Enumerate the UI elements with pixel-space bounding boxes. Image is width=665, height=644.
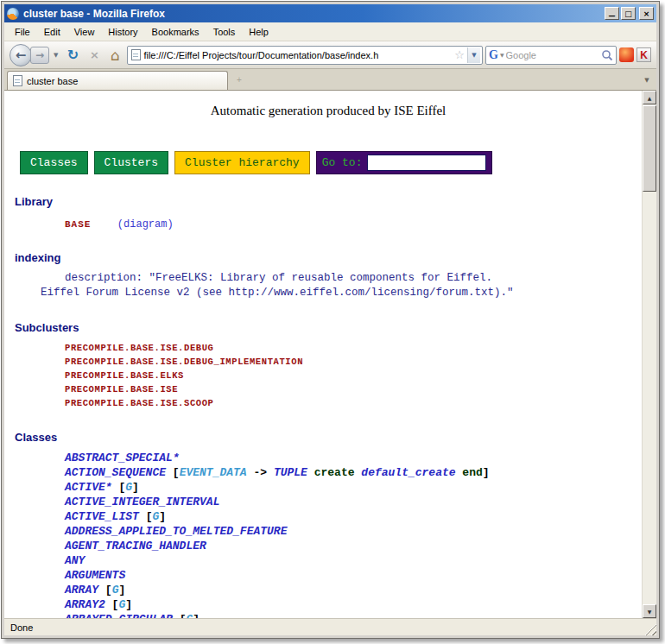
- class-entry: ARRAY [G]: [65, 583, 642, 597]
- doc-button-classes[interactable]: Classes: [20, 151, 88, 174]
- classes-section: Classes ABSTRACT_SPECIAL*ACTION_SEQUENCE…: [15, 431, 642, 618]
- class-entry: AGENT_TRACING_HANDLER: [65, 539, 642, 553]
- class-link[interactable]: ABSTRACT_SPECIAL*: [65, 451, 180, 464]
- history-dropdown-button[interactable]: ▼: [52, 52, 60, 59]
- class-link[interactable]: ADDRESS_APPLIED_TO_MELTED_FEATURE: [65, 525, 287, 538]
- class-entry: ARRAY2 [G]: [65, 597, 642, 612]
- class-link[interactable]: AGENT_TRACING_HANDLER: [65, 540, 206, 552]
- close-button[interactable]: ×: [639, 7, 654, 20]
- class-entry: ARGUMENTS: [65, 568, 642, 583]
- back-button[interactable]: ←: [10, 44, 32, 66]
- menu-item-tools[interactable]: Tools: [206, 24, 243, 40]
- subcluster-link[interactable]: PRECOMPILE.BASE.ISE.DEBUG: [65, 341, 642, 355]
- class-entry: ACTIVE_LIST [G]: [65, 509, 642, 524]
- goto-input[interactable]: [367, 155, 486, 171]
- class-entry: ACTIVE* [G]: [65, 480, 642, 495]
- code-token: ]: [118, 584, 125, 597]
- menu-item-bookmarks[interactable]: Bookmarks: [145, 24, 206, 40]
- address-input[interactable]: [143, 50, 452, 60]
- code-token: [: [166, 466, 180, 479]
- code-token: ]: [125, 598, 132, 611]
- minimize-button[interactable]: —: [605, 7, 619, 20]
- code-token[interactable]: default_create: [361, 466, 455, 479]
- doc-button-cluster-hierarchy[interactable]: Cluster hierarchy: [174, 151, 310, 174]
- address-bar[interactable]: ☆ ▼: [127, 46, 483, 65]
- code-token: end: [462, 466, 482, 479]
- class-entry: ACTION_SEQUENCE [EVENT_DATA -> TUPLE cre…: [65, 465, 642, 480]
- class-entry: ANY: [65, 553, 642, 568]
- search-bar[interactable]: G ▼: [485, 46, 617, 65]
- forward-icon: →: [35, 49, 44, 61]
- resize-grip[interactable]: [644, 623, 656, 635]
- class-link[interactable]: ARGUMENTS: [65, 569, 125, 582]
- code-token: create: [314, 466, 355, 479]
- close-icon: ×: [643, 9, 650, 18]
- navigation-toolbar: ← → ▼ ↻ × ⌂ ☆ ▼ G ▼ K: [4, 41, 656, 69]
- menu-bar: FileEditViewHistoryBookmarksToolsHelp: [4, 22, 656, 41]
- indexing-license-line: Eiffel Forum License v2 (see http://www.…: [41, 286, 642, 300]
- maximize-button[interactable]: □: [621, 7, 636, 20]
- search-input[interactable]: [506, 50, 599, 60]
- code-token: ]: [193, 613, 200, 618]
- section-heading-library: Library: [15, 195, 642, 208]
- class-link[interactable]: ACTIVE_INTEGER_INTERVAL: [65, 496, 219, 508]
- class-entry: ADDRESS_APPLIED_TO_MELTED_FEATURE: [65, 524, 642, 539]
- title-bar[interactable]: cluster base - Mozilla Firefox — □ ×: [4, 4, 656, 22]
- menu-item-edit[interactable]: Edit: [37, 24, 67, 40]
- stop-button[interactable]: ×: [86, 45, 103, 66]
- list-all-tabs-button[interactable]: ▼: [640, 77, 654, 84]
- class-link[interactable]: ARRAYED_CIRCULAR: [65, 613, 173, 618]
- subcluster-link[interactable]: PRECOMPILE.BASE.ELKS: [65, 369, 642, 382]
- reload-button[interactable]: ↻: [62, 45, 83, 66]
- tab-favicon: [13, 75, 22, 86]
- class-link[interactable]: TUPLE: [274, 466, 307, 479]
- search-engine-dropdown[interactable]: ▼: [500, 52, 504, 58]
- code-token: [: [173, 613, 187, 618]
- search-icon[interactable]: [601, 49, 613, 61]
- google-icon[interactable]: G: [489, 48, 498, 62]
- forward-button[interactable]: →: [30, 47, 49, 64]
- class-link[interactable]: ACTIVE_LIST: [65, 510, 139, 523]
- tab-bar: cluster base + ▼: [4, 69, 656, 91]
- stop-icon: ×: [90, 48, 99, 61]
- addon-icon-orange[interactable]: [619, 47, 634, 62]
- address-dropdown-button[interactable]: ▼: [467, 47, 480, 63]
- scroll-down-button[interactable]: ▼: [643, 604, 656, 618]
- doc-button-clusters[interactable]: Clusters: [94, 151, 168, 174]
- class-link[interactable]: ARRAY: [65, 584, 98, 597]
- class-link[interactable]: ACTION_SEQUENCE: [65, 466, 166, 479]
- subcluster-link[interactable]: PRECOMPILE.BASE.ISE: [65, 382, 642, 396]
- class-link[interactable]: ANY: [65, 554, 85, 567]
- page-content: Automatic generation produced by ISE Eif…: [4, 91, 656, 618]
- addon-icon-k[interactable]: K: [636, 47, 651, 62]
- diagram-link[interactable]: (diagram): [117, 218, 174, 230]
- code-token: [: [112, 481, 126, 494]
- goto-label: Go to:: [322, 156, 363, 169]
- maximize-icon: □: [624, 9, 632, 18]
- code-token: ->: [247, 466, 274, 479]
- home-button[interactable]: ⌂: [105, 45, 124, 66]
- scroll-up-button[interactable]: ▲: [643, 91, 656, 104]
- status-bar: Done: [4, 618, 656, 635]
- scrollbar-thumb[interactable]: [643, 105, 656, 192]
- indexing-section: indexing description: "FreeELKS: Library…: [15, 251, 642, 300]
- vertical-scrollbar[interactable]: ▲ ▼: [642, 91, 656, 618]
- code-token: ]: [483, 466, 490, 479]
- bookmark-star-icon[interactable]: ☆: [454, 48, 465, 61]
- new-tab-icon[interactable]: +: [237, 75, 242, 85]
- menu-item-help[interactable]: Help: [242, 24, 276, 40]
- page-favicon: [131, 49, 141, 60]
- class-link[interactable]: ACTIVE*: [65, 481, 112, 494]
- subcluster-link[interactable]: PRECOMPILE.BASE.ISE.SCOOP: [65, 396, 642, 410]
- indexing-description-line: description: "FreeELKS: Library of reusa…: [65, 271, 642, 286]
- menu-item-file[interactable]: File: [8, 24, 37, 40]
- code-token: [: [98, 584, 112, 597]
- class-link[interactable]: ARRAY2: [65, 598, 105, 611]
- menu-item-view[interactable]: View: [67, 24, 102, 40]
- cluster-base-link[interactable]: BASE: [65, 219, 91, 230]
- menu-item-history[interactable]: History: [101, 24, 144, 40]
- tab-cluster-base[interactable]: cluster base: [7, 71, 228, 90]
- subcluster-link[interactable]: PRECOMPILE.BASE.ISE.DEBUG_IMPLEMENTATION: [65, 355, 642, 369]
- code-token: ]: [132, 481, 139, 494]
- section-heading-indexing: indexing: [15, 251, 642, 264]
